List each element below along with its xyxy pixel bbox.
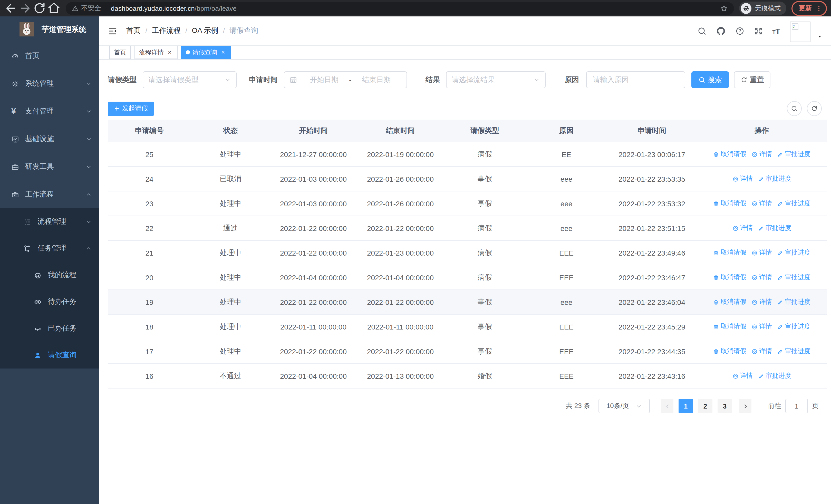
action-detail[interactable]: 详情 <box>732 224 753 233</box>
result-select[interactable]: 请选择流结果 <box>446 71 546 88</box>
sidebar-item-label: 任务管理 <box>37 244 66 253</box>
action-detail[interactable]: 详情 <box>751 150 772 158</box>
cell-start: 2022-01-22 00:00:00 <box>270 290 357 314</box>
help-icon[interactable] <box>735 26 744 35</box>
refresh-table-button[interactable] <box>807 101 822 116</box>
breadcrumb: 首页 / 工作流程 / OA 示例 / 请假查询 <box>126 26 258 35</box>
search-icon[interactable] <box>697 26 706 35</box>
breadcrumb-item-home[interactable]: 首页 <box>126 26 141 35</box>
action-detail[interactable]: 详情 <box>751 298 772 306</box>
action-detail[interactable]: 详情 <box>751 347 772 356</box>
page-button-2[interactable]: 2 <box>698 399 712 413</box>
action-approval-progress[interactable]: 审批进度 <box>777 248 810 257</box>
reset-button[interactable]: 重置 <box>734 71 770 88</box>
browser-update-button[interactable]: 更新 <box>792 1 827 16</box>
page-unit-label: 页 <box>812 402 819 411</box>
sidebar-item-label: 流程管理 <box>37 217 66 226</box>
sidebar-item-task-mgmt[interactable]: 任务管理 <box>0 235 99 262</box>
action-approval-progress[interactable]: 审批进度 <box>777 347 810 356</box>
action-approval-progress[interactable]: 审批进度 <box>777 273 810 282</box>
browser-home-button[interactable] <box>47 2 61 15</box>
date-end-input[interactable]: 结束日期 <box>352 75 401 84</box>
app-logo[interactable]: 芋道管理系统 <box>0 17 99 42</box>
sidebar-item-system-mgmt[interactable]: 系统管理 <box>0 70 99 97</box>
page-button-3[interactable]: 3 <box>718 399 732 413</box>
cell-start: 2022-01-22 00:00:00 <box>270 339 357 364</box>
prev-page-button[interactable] <box>661 399 674 413</box>
edit-icon <box>758 225 764 231</box>
action-detail[interactable]: 详情 <box>751 322 772 331</box>
apply-time-range-picker[interactable]: 开始日期 - 结束日期 <box>284 71 407 88</box>
action-cancel-leave[interactable]: 取消请假 <box>713 273 746 282</box>
sidebar-item-todo-task[interactable]: 待办任务 <box>0 289 99 315</box>
create-leave-button[interactable]: 发起请假 <box>108 101 154 116</box>
sidebar-item-done-task[interactable]: 已办任务 <box>0 315 99 342</box>
close-icon[interactable]: × <box>220 49 226 56</box>
tab-1[interactable]: 流程详情× <box>135 46 178 59</box>
close-icon[interactable]: × <box>166 49 173 56</box>
breadcrumb-item-oa[interactable]: OA 示例 <box>192 26 219 35</box>
user-menu-caret-icon[interactable] <box>817 34 822 39</box>
reason-input[interactable]: 请输入原因 <box>586 71 685 88</box>
sidebar-item-label: 支付管理 <box>25 107 54 116</box>
action-cancel-leave[interactable]: 取消请假 <box>713 322 746 331</box>
sidebar-item-infrastructure[interactable]: 基础设施 <box>0 125 99 153</box>
action-cancel-leave[interactable]: 取消请假 <box>713 150 746 158</box>
action-detail[interactable]: 详情 <box>751 199 772 208</box>
bookmark-star-icon[interactable] <box>720 4 728 12</box>
sidebar-item-dev-tools[interactable]: 研发工具 <box>0 153 99 181</box>
page-button-1[interactable]: 1 <box>679 399 693 413</box>
avatar[interactable] <box>790 22 810 42</box>
sidebar-item-pay-mgmt[interactable]: ¥支付管理 <box>0 97 99 125</box>
toggle-search-button[interactable] <box>787 101 802 116</box>
view-icon <box>751 348 757 354</box>
leave-type-label: 请假类型 <box>108 75 137 84</box>
action-approval-progress[interactable]: 审批进度 <box>777 199 810 208</box>
page-size-select[interactable]: 10条/页 <box>599 399 650 413</box>
address-bar[interactable]: 不安全 dashboard.yudao.iocoder.cn/bpm/oa/le… <box>66 2 734 14</box>
action-detail[interactable]: 详情 <box>732 372 753 380</box>
action-cancel-leave[interactable]: 取消请假 <box>713 199 746 208</box>
cell-reason: EEE <box>525 314 607 339</box>
browser-forward-button[interactable] <box>19 2 32 15</box>
sidebar-collapse-button[interactable] <box>108 26 118 36</box>
cell-start: 2022-01-03 00:00:00 <box>270 167 357 191</box>
chevron-down-icon <box>86 81 92 87</box>
goto-page-input[interactable]: 1 <box>785 399 808 413</box>
action-approval-progress[interactable]: 审批进度 <box>758 175 791 183</box>
tab-2[interactable]: 请假查询× <box>181 46 231 59</box>
fullscreen-icon[interactable] <box>754 26 763 35</box>
action-approval-progress[interactable]: 审批进度 <box>777 322 810 331</box>
face-icon <box>34 271 41 279</box>
github-icon[interactable] <box>716 26 725 36</box>
leave-type-select[interactable]: 请选择请假类型 <box>143 71 237 88</box>
font-size-icon[interactable]: TT <box>772 26 780 35</box>
action-cancel-leave[interactable]: 取消请假 <box>713 248 746 257</box>
cell-type: 事假 <box>444 339 525 364</box>
browser-menu-icon[interactable] <box>815 5 822 11</box>
breadcrumb-item-current: 请假查询 <box>229 26 258 35</box>
logo-image <box>18 22 36 36</box>
search-button[interactable]: 搜索 <box>691 71 729 88</box>
action-detail[interactable]: 详情 <box>751 273 772 282</box>
action-cancel-leave[interactable]: 取消请假 <box>713 298 746 306</box>
action-cancel-leave[interactable]: 取消请假 <box>713 347 746 356</box>
sidebar-item-leave-query[interactable]: 请假查询 <box>0 342 99 368</box>
date-start-input[interactable]: 开始日期 <box>299 75 349 84</box>
action-approval-progress[interactable]: 审批进度 <box>777 150 810 158</box>
sidebar-item-process-mgmt[interactable]: 流程管理 <box>0 208 99 235</box>
next-page-button[interactable] <box>739 399 751 413</box>
action-approval-progress[interactable]: 审批进度 <box>758 224 791 233</box>
action-approval-progress[interactable]: 审批进度 <box>758 372 791 380</box>
sidebar-item-home[interactable]: 首页 <box>0 42 99 70</box>
breadcrumb-item-workflow[interactable]: 工作流程 <box>152 26 181 35</box>
action-detail[interactable]: 详情 <box>732 175 753 183</box>
tab-0[interactable]: 首页 <box>109 46 131 59</box>
action-detail[interactable]: 详情 <box>751 248 772 257</box>
sidebar-item-workflow[interactable]: 工作流程 <box>0 181 99 208</box>
action-approval-progress[interactable]: 审批进度 <box>777 298 810 306</box>
browser-reload-button[interactable] <box>33 2 46 15</box>
cell-reason: eee <box>525 290 607 314</box>
browser-back-button[interactable] <box>4 2 18 15</box>
sidebar-item-my-process[interactable]: 我的流程 <box>0 262 99 289</box>
